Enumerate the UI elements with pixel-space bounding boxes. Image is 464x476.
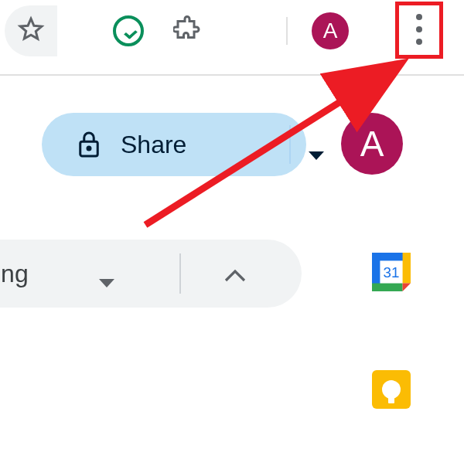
share-row: Share A [0,113,464,182]
mode-divider [179,253,181,294]
bulb-icon [382,380,401,399]
google-keep-icon[interactable] [372,370,411,409]
svg-rect-5 [403,253,411,284]
svg-point-1 [87,147,90,150]
share-divider [289,125,291,164]
caret-down-icon [97,267,116,296]
account-avatar-large[interactable]: A [341,113,403,175]
toolbar-separator [0,74,464,76]
grammarly-extension-icon[interactable] [113,15,144,46]
editing-mode-button[interactable]: ing [0,240,302,308]
chevron-up-icon[interactable] [223,263,247,291]
avatar-initial: A [360,123,384,165]
extensions-puzzle-icon[interactable] [173,15,201,46]
share-label: Share [121,131,186,159]
toolbar-divider [286,17,288,45]
editing-mode-label: ing [0,260,29,288]
svg-text:31: 31 [384,264,400,280]
google-calendar-icon[interactable]: 31 [372,253,411,291]
lock-icon [77,131,101,158]
annotation-highlight-box [395,2,443,59]
bookmark-star-button[interactable] [5,5,57,56]
share-button[interactable]: Share [42,113,306,176]
profile-avatar-small[interactable]: A [312,12,349,49]
caret-down-icon [308,139,325,168]
svg-rect-6 [372,284,403,291]
extensions-area [113,15,201,46]
browser-toolbar: A [0,0,464,62]
avatar-initial: A [323,19,338,43]
star-icon [17,15,45,46]
